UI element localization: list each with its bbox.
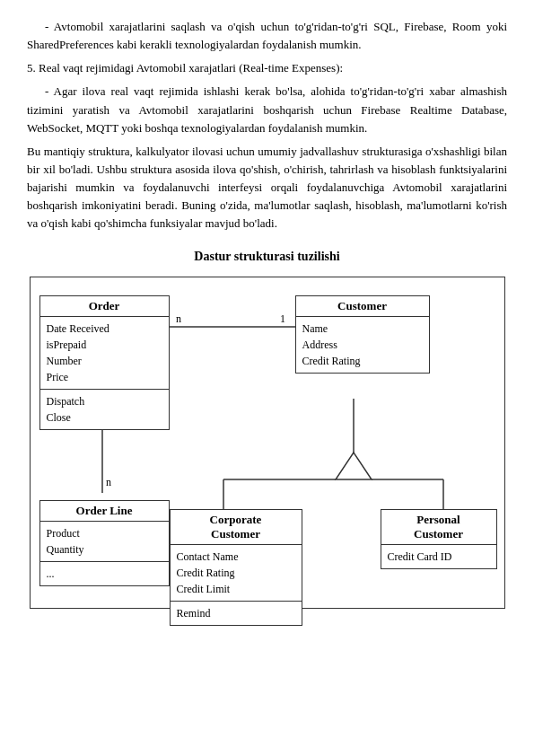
svg-text:n: n bbox=[106, 476, 111, 488]
order-line-method-1: ... bbox=[47, 566, 162, 582]
customer-field-3: Credit Rating bbox=[302, 353, 423, 369]
corporate-field-3: Credit Limit bbox=[177, 581, 295, 597]
uml-diagram: n 1 1 n Order Date Re bbox=[30, 277, 505, 609]
order-fields: Date Received isPrepaid Number Price bbox=[40, 317, 169, 389]
order-field-4: Price bbox=[47, 369, 162, 385]
diagram-title: Dastur strukturasi tuzilishi bbox=[27, 250, 507, 264]
personal-title: PersonalCustomer bbox=[381, 510, 496, 545]
corporate-fields: Contact Name Credit Rating Credit Limit bbox=[171, 545, 302, 601]
order-method-2: Close bbox=[47, 409, 162, 426]
diagram-section: Dastur strukturasi tuzilishi n 1 1 n bbox=[27, 250, 507, 609]
order-line-methods: ... bbox=[40, 561, 169, 585]
corporate-title: CorporateCustomer bbox=[171, 510, 302, 545]
personal-box: PersonalCustomer Credit Card ID bbox=[381, 509, 497, 569]
corporate-methods: Remind bbox=[171, 601, 302, 625]
svg-text:n: n bbox=[176, 312, 181, 325]
svg-marker-7 bbox=[336, 453, 372, 479]
svg-text:1: 1 bbox=[280, 312, 285, 325]
customer-field-1: Name bbox=[302, 321, 423, 337]
order-line-fields: Product Quantity bbox=[40, 522, 169, 561]
order-line-field-1: Product bbox=[47, 525, 162, 541]
corporate-field-1: Contact Name bbox=[177, 549, 295, 565]
personal-field-1: Credit Card ID bbox=[388, 549, 490, 565]
order-field-3: Number bbox=[47, 353, 162, 369]
paragraph-3: - Agar ilova real vaqt rejimida ishlashi… bbox=[27, 83, 507, 136]
paragraph-2: 5. Real vaqt rejimidagi Avtomobil xaraja… bbox=[27, 59, 507, 77]
order-title: Order bbox=[40, 296, 169, 317]
customer-box: Customer Name Address Credit Rating bbox=[295, 295, 430, 374]
personal-fields: Credit Card ID bbox=[381, 545, 496, 568]
text-content: - Avtomobil xarajatlarini saqlash va o'q… bbox=[27, 18, 507, 233]
paragraph-4: Bu mantiqiy struktura, kalkulyator ilova… bbox=[27, 143, 507, 233]
corporate-field-2: Credit Rating bbox=[177, 565, 295, 581]
customer-fields: Name Address Credit Rating bbox=[296, 317, 429, 373]
order-methods: Dispatch Close bbox=[40, 389, 169, 429]
customer-field-2: Address bbox=[302, 337, 423, 353]
order-line-title: Order Line bbox=[40, 501, 169, 522]
order-box: Order Date Received isPrepaid Number Pri… bbox=[39, 295, 170, 430]
order-field-1: Date Received bbox=[47, 321, 162, 337]
order-line-box: Order Line Product Quantity ... bbox=[39, 500, 170, 586]
customer-title: Customer bbox=[296, 296, 429, 317]
order-line-field-2: Quantity bbox=[47, 541, 162, 558]
paragraph-1: - Avtomobil xarajatlarini saqlash va o'q… bbox=[27, 18, 507, 54]
corporate-method-1: Remind bbox=[177, 605, 295, 621]
corporate-box: CorporateCustomer Contact Name Credit Ra… bbox=[170, 509, 302, 626]
order-method-1: Dispatch bbox=[47, 393, 162, 409]
order-field-2: isPrepaid bbox=[47, 337, 162, 353]
